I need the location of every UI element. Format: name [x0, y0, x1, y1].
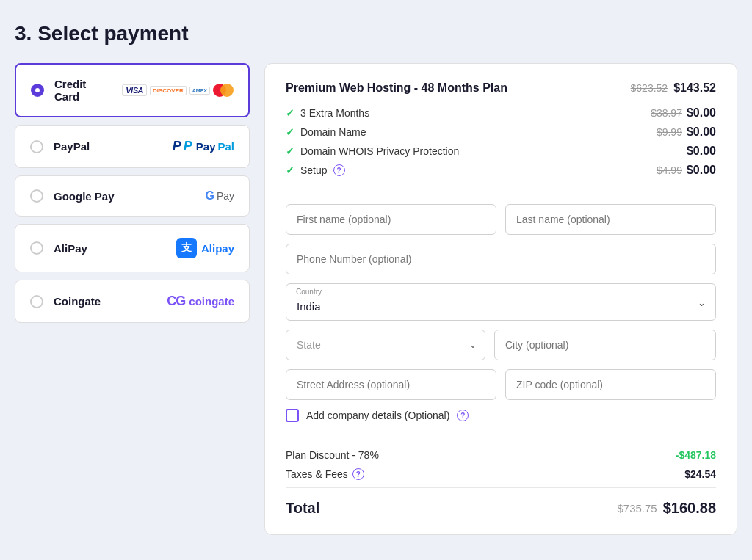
payment-option-credit-card[interactable]: Credit Card VISA DISCOVER AMEX	[15, 63, 250, 117]
check-icon: ✓	[286, 164, 294, 176]
coingate-label: Coingate	[54, 295, 156, 308]
page-title: 3. Select payment	[15, 22, 737, 46]
total-current-price: $160.88	[663, 500, 716, 517]
radio-google-pay	[30, 189, 43, 203]
feature-original-price: $9.99	[657, 126, 682, 138]
order-panel: Premium Web Hosting - 48 Months Plan $62…	[264, 63, 737, 535]
taxes-help-icon[interactable]: ?	[352, 468, 364, 480]
radio-coingate	[30, 295, 43, 308]
discount-value: -$487.18	[676, 449, 716, 461]
feature-name: Domain WHOIS Privacy Protection	[300, 145, 459, 157]
taxes-value: $24.54	[684, 468, 716, 480]
mastercard-logo	[213, 84, 234, 97]
payment-option-coingate[interactable]: Coingate CG coingate	[15, 280, 250, 323]
total-original-price: $735.75	[617, 502, 657, 514]
payment-methods-panel: Credit Card VISA DISCOVER AMEX PayPal P …	[15, 63, 250, 330]
feature-setup: ✓ Setup ? $4.99 $0.00	[286, 164, 716, 177]
summary-section: Plan Discount - 78% -$487.18 Taxes & Fee…	[286, 437, 716, 480]
company-label: Add company details (Optional)	[306, 410, 449, 421]
taxes-text: Taxes & Fees	[286, 468, 348, 480]
feature-current-price: $0.00	[687, 145, 716, 158]
taxes-row: Taxes & Fees ? $24.54	[286, 468, 716, 480]
paypal-label: PayPal	[54, 140, 162, 153]
feature-original-price: $4.99	[657, 164, 682, 176]
first-name-input[interactable]	[286, 204, 496, 235]
feature-original-price: $38.97	[651, 107, 682, 119]
plan-price-group: $623.52 $143.52	[631, 81, 716, 95]
features-list: ✓ 3 Extra Months $38.97 $0.00 ✓ Domain N…	[286, 106, 716, 177]
alipay-logo: 支 Alipay	[176, 238, 234, 258]
phone-input[interactable]	[286, 244, 716, 274]
company-row: Add company details (Optional) ?	[286, 409, 716, 422]
plan-price-original: $623.52	[631, 82, 668, 94]
company-checkbox[interactable]	[286, 409, 299, 422]
check-icon: ✓	[286, 126, 294, 138]
company-help-icon[interactable]: ?	[457, 410, 469, 421]
state-city-row: State ⌄	[286, 330, 716, 360]
google-pay-logo: G Pay	[205, 189, 234, 203]
alipay-label: AliPay	[54, 242, 166, 255]
credit-card-logos: VISA DISCOVER AMEX	[122, 84, 234, 97]
payment-option-paypal[interactable]: PayPal P P PayPal	[15, 125, 250, 168]
payment-option-alipay[interactable]: AliPay 支 Alipay	[15, 224, 250, 272]
feature-current-price: $0.00	[687, 106, 716, 120]
feature-price: $0.00	[687, 145, 716, 158]
city-input[interactable]	[494, 330, 716, 360]
plan-header: Premium Web Hosting - 48 Months Plan $62…	[286, 81, 716, 95]
visa-logo: VISA	[122, 84, 147, 96]
discover-logo: DISCOVER	[150, 86, 187, 95]
payment-option-google-pay[interactable]: Google Pay G Pay	[15, 175, 250, 217]
feature-name: 3 Extra Months	[300, 107, 369, 119]
total-prices: $735.75 $160.88	[617, 500, 716, 517]
zip-input[interactable]	[505, 369, 716, 400]
check-icon: ✓	[286, 107, 294, 119]
taxes-label-group: Taxes & Fees ?	[286, 468, 364, 480]
phone-row	[286, 244, 716, 274]
credit-card-label: Credit Card	[54, 78, 112, 103]
last-name-input[interactable]	[505, 204, 716, 235]
total-label: Total	[286, 500, 319, 517]
name-row	[286, 204, 716, 235]
feature-name: Setup	[300, 164, 328, 176]
paypal-logo: P P PayPal	[173, 139, 234, 154]
feature-price: $9.99 $0.00	[657, 126, 716, 139]
divider	[286, 192, 716, 192]
billing-form: Country India United States United Kingd…	[286, 204, 716, 422]
coingate-logo: CG coingate	[167, 294, 234, 309]
feature-whois: ✓ Domain WHOIS Privacy Protection $0.00	[286, 145, 716, 158]
radio-alipay	[30, 241, 43, 255]
feature-price: $4.99 $0.00	[657, 164, 716, 177]
check-icon: ✓	[286, 145, 294, 157]
google-pay-label: Google Pay	[54, 190, 195, 203]
state-select[interactable]: State	[286, 330, 485, 360]
street-input[interactable]	[286, 369, 496, 400]
country-select[interactable]: India United States United Kingdom	[286, 283, 716, 321]
state-wrapper: State ⌄	[286, 330, 485, 360]
discount-label: Plan Discount - 78%	[286, 449, 379, 461]
feature-current-price: $0.00	[687, 164, 716, 177]
country-container: Country India United States United Kingd…	[286, 283, 716, 321]
setup-help-icon[interactable]: ?	[333, 164, 345, 176]
amex-logo: AMEX	[189, 87, 210, 95]
plan-name: Premium Web Hosting - 48 Months Plan	[286, 81, 507, 95]
feature-price: $38.97 $0.00	[651, 106, 716, 120]
feature-current-price: $0.00	[687, 126, 716, 139]
radio-credit-card	[31, 84, 44, 97]
feature-domain-name: ✓ Domain Name $9.99 $0.00	[286, 126, 716, 139]
discount-row: Plan Discount - 78% -$487.18	[286, 449, 716, 461]
plan-price-current: $143.52	[673, 81, 716, 95]
feature-name: Domain Name	[300, 126, 366, 138]
total-section: Total $735.75 $160.88	[286, 487, 716, 517]
address-row	[286, 369, 716, 400]
radio-paypal	[30, 140, 43, 153]
feature-extra-months: ✓ 3 Extra Months $38.97 $0.00	[286, 106, 716, 120]
